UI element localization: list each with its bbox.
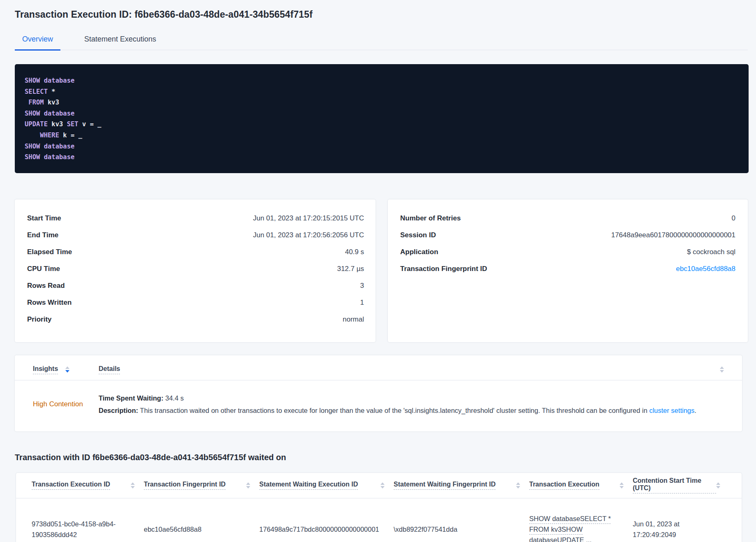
stat-row-cpu-time: CPU Time 312.7 µs — [27, 264, 364, 274]
insights-table-card: Insights Details High Contention Time Sp… — [15, 355, 742, 431]
description-suffix: . — [694, 407, 696, 414]
cell-stmt-waiting-fingerprint-id: \xdb8922f077541dda — [394, 509, 529, 542]
sql-line: SHOW database — [25, 152, 739, 163]
waiting-label: Time Spent Waiting: — [99, 394, 164, 402]
execution-stats-card: Start Time Jun 01, 2023 at 17:20:15:2015… — [15, 199, 376, 342]
sort-icon[interactable] — [720, 366, 724, 373]
stat-label: Rows Written — [27, 298, 71, 308]
sort-icon[interactable] — [246, 482, 250, 489]
insights-column-label[interactable]: Insights — [33, 365, 58, 374]
waited-on-table-card: Transaction Execution ID Transaction Fin… — [16, 473, 742, 542]
stat-value: 17648a9eea6017800000000000000001 — [611, 230, 735, 240]
cell-stmt-waiting-execution-id: 176498a9c717bdc80000000000000001 — [259, 509, 394, 542]
cell-txn-execution-id: 9738d051-bc0e-4158-a9b4-1903586ddd42 — [32, 504, 144, 542]
sql-keyword: SHOW database — [25, 153, 74, 161]
sql-line: SHOW database — [25, 108, 739, 119]
sql-text: kv3 — [48, 120, 67, 128]
stat-label: Elapsed Time — [27, 247, 72, 257]
column-label[interactable]: Contention Start Time (UTC) — [633, 477, 716, 493]
sql-keyword: SHOW database — [25, 110, 74, 117]
column-header-stmt-waiting-execution-id: Statement Waiting Execution ID — [259, 481, 394, 490]
sql-keyword: UPDATE — [25, 120, 48, 128]
sql-keyword: WHERE — [40, 132, 59, 139]
sort-icon[interactable] — [620, 482, 624, 489]
insight-type-badge: High Contention — [33, 400, 99, 408]
waiting-value: 34.4 s — [164, 394, 184, 402]
insight-details: Time Spent Waiting: 34.4 s Description: … — [99, 392, 731, 417]
waited-on-table-header: Transaction Execution ID Transaction Fin… — [16, 473, 742, 498]
stat-row-retries: Number of Retries 0 — [400, 213, 735, 223]
sql-text — [25, 99, 28, 106]
stat-row-priority: Priority normal — [27, 315, 364, 324]
sql-text: kv3 — [44, 99, 59, 106]
stat-row-session-id: Session ID 17648a9eea6017800000000000000… — [400, 230, 735, 240]
stat-row-transaction-fingerprint-id: Transaction Fingerprint ID ebc10ae56cfd8… — [400, 264, 735, 274]
transaction-details-page: Transaction Execution ID: f6be6366-da03-… — [0, 0, 756, 542]
column-header-contention-start-time: Contention Start Time (UTC) — [633, 477, 729, 493]
sql-keyword: SET — [67, 120, 78, 128]
stat-value: 312.7 µs — [337, 264, 364, 274]
stat-label: Number of Retries — [400, 213, 461, 223]
sql-keyword: SHOW database — [25, 143, 74, 150]
tab-statement-executions[interactable]: Statement Executions — [77, 32, 164, 51]
sql-line: SELECT * — [25, 86, 739, 97]
insight-row: High Contention Time Spent Waiting: 34.4… — [15, 380, 742, 419]
tab-overview[interactable]: Overview — [15, 32, 60, 51]
column-label[interactable]: Transaction Fingerprint ID — [144, 481, 226, 490]
cell-txn-fingerprint-id: ebc10ae56cfd88a8 — [144, 509, 259, 542]
column-label[interactable]: Statement Waiting Execution ID — [259, 481, 358, 490]
stat-value: Jun 01, 2023 at 17:20:15:2015 UTC — [253, 213, 364, 223]
summary-cards-row: Start Time Jun 01, 2023 at 17:20:15:2015… — [15, 199, 748, 342]
sql-keyword: FROM — [28, 99, 44, 106]
stat-label: CPU Time — [27, 264, 60, 274]
sql-statements-box: SHOW database SELECT * FROM kv3 SHOW dat… — [15, 64, 749, 173]
time-spent-waiting-line: Time Spent Waiting: 34.4 s — [99, 392, 731, 404]
stat-label: Session ID — [400, 230, 436, 240]
sql-line: FROM kv3 — [25, 97, 739, 108]
sql-line: WHERE k = _ — [25, 130, 739, 141]
cluster-settings-link[interactable]: cluster settings — [649, 407, 694, 414]
details-column-label[interactable]: Details — [99, 365, 120, 374]
column-header-txn-fingerprint-id: Transaction Fingerprint ID — [144, 481, 259, 490]
page-title: Transaction Execution ID: f6be6366-da03-… — [15, 9, 748, 20]
sql-keyword: SHOW database — [25, 77, 74, 84]
tab-bar: Overview Statement Executions — [15, 32, 748, 50]
waited-on-table-row: 9738d051-bc0e-4158-a9b4-1903586ddd42 ebc… — [16, 498, 742, 542]
stat-label: Transaction Fingerprint ID — [400, 264, 487, 274]
column-header-stmt-waiting-fingerprint-id: Statement Waiting Fingerprint ID — [394, 481, 529, 490]
stat-value: normal — [343, 315, 364, 324]
sort-icon[interactable] — [65, 366, 69, 373]
stat-value: Jun 01, 2023 at 17:20:56:2056 UTC — [253, 230, 364, 240]
column-label[interactable]: Transaction Execution ID — [32, 481, 110, 490]
description-text: This transaction waited on other transac… — [138, 407, 649, 414]
cell-contention-start-time: Jun 01, 2023 at 17:20:49:2049 — [633, 504, 729, 542]
stat-label: Start Time — [27, 213, 61, 223]
column-label[interactable]: Statement Waiting Fingerprint ID — [394, 481, 496, 490]
stat-value: 1 — [360, 298, 364, 308]
sql-line: SHOW database — [25, 141, 739, 152]
session-info-card: Number of Retries 0 Session ID 17648a9ee… — [388, 199, 748, 342]
sort-icon[interactable] — [716, 482, 720, 489]
details-column-header: Details — [99, 365, 731, 374]
sort-icon[interactable] — [380, 482, 385, 489]
stat-label: Rows Read — [27, 281, 65, 291]
insights-table-header: Insights Details — [15, 355, 742, 380]
column-header-txn-execution-id: Transaction Execution ID — [32, 481, 144, 490]
insights-column-header: Insights — [33, 365, 99, 374]
column-label[interactable]: Transaction Execution — [529, 481, 599, 490]
stat-value: 3 — [360, 281, 364, 291]
sort-icon[interactable] — [131, 482, 135, 489]
stat-row-end-time: End Time Jun 01, 2023 at 17:20:56:2056 U… — [27, 230, 364, 240]
stat-row-application: Application $ cockroach sql — [400, 247, 735, 257]
stat-value: 40.9 s — [345, 247, 364, 257]
stat-label: Application — [400, 247, 438, 257]
stat-label: Priority — [27, 315, 52, 324]
cell-transaction-execution: SHOW databaseSELECT * FROM kv3SHOW datab… — [529, 498, 633, 542]
sql-line: SHOW database — [25, 75, 739, 86]
column-header-transaction-execution: Transaction Execution — [529, 481, 633, 490]
transaction-fingerprint-link[interactable]: ebc10ae56cfd88a8 — [676, 264, 735, 274]
stat-label: End Time — [27, 230, 58, 240]
transaction-execution-link[interactable]: SHOW databaseSELECT * FROM kv3SHOW datab… — [529, 515, 611, 542]
sort-icon[interactable] — [516, 482, 520, 489]
stat-row-rows-written: Rows Written 1 — [27, 298, 364, 308]
